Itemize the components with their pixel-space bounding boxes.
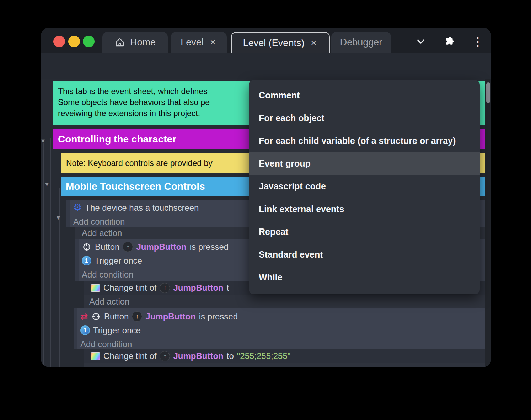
tint-swatch-icon <box>91 352 100 360</box>
condition-text: Trigger once <box>95 256 142 266</box>
menu-item-javascript-code[interactable]: Javascript code <box>249 175 480 198</box>
instance-name: JumpButton <box>173 283 223 293</box>
tab-home[interactable]: Home <box>102 32 168 53</box>
button-plugin-icon <box>82 242 92 252</box>
menu-item-while[interactable]: While <box>249 266 480 289</box>
home-icon <box>114 37 125 48</box>
button-plugin-icon <box>91 312 101 322</box>
indent-guide <box>50 138 51 367</box>
add-event-context-menu: Comment For each object For each child v… <box>249 80 480 294</box>
tab-debugger-label: Debugger <box>340 37 382 48</box>
scrollbar-track[interactable] <box>485 79 491 367</box>
collapse-toggle-group-character[interactable]: ▾ <box>41 137 45 144</box>
menu-item-for-each-object[interactable]: For each object <box>249 107 480 129</box>
invert-condition-icon: ⇄ <box>80 312 88 321</box>
menu-item-event-group[interactable]: Event group <box>249 152 480 175</box>
addons-button[interactable] <box>443 36 455 48</box>
system-gear-icon: ⚙ <box>73 203 82 212</box>
instance-name: JumpButton <box>173 351 223 361</box>
indent-guide <box>68 241 68 367</box>
menu-item-standard-event[interactable]: Standard event <box>249 243 480 266</box>
main-menu-button[interactable]: ⋮ <box>472 36 484 48</box>
condition-text: The device has a touchscreen <box>85 203 199 213</box>
indent-guide <box>43 143 44 367</box>
tab-level[interactable]: Level × <box>171 32 227 53</box>
jumpbutton-sprite-icon: ↑ <box>160 351 170 361</box>
add-action-link[interactable]: Add action <box>84 363 485 367</box>
tab-level-events[interactable]: Level (Events) × <box>231 32 330 53</box>
tab-level-events-close-icon[interactable]: × <box>309 38 318 49</box>
tint-swatch-icon <box>91 284 100 292</box>
tab-list-dropdown-button[interactable] <box>415 36 427 48</box>
tab-level-close-icon[interactable]: × <box>209 37 217 48</box>
add-action-link[interactable]: Add action <box>84 295 485 308</box>
tab-debugger[interactable]: Debugger <box>331 32 391 53</box>
condition-text: Trigger once <box>93 325 141 335</box>
collapse-toggle-group-touch[interactable]: ▾ <box>45 181 49 188</box>
condition-object: Button <box>95 242 119 252</box>
kebab-menu-icon: ⋮ <box>472 35 483 48</box>
jumpbutton-sprite-icon: ↑ <box>132 311 142 322</box>
toolbar <box>41 53 491 79</box>
menu-item-link-external-events[interactable]: Link external events <box>249 198 480 220</box>
window-minimize-button[interactable] <box>68 36 80 47</box>
tab-level-label: Level <box>181 37 204 48</box>
screenshot-stage: Home Level × Level (Events) × Debugger <box>0 0 531 420</box>
app-window: Home Level × Level (Events) × Debugger <box>41 28 491 367</box>
menu-item-for-each-child-var[interactable]: For each child variable (of a structure … <box>249 129 480 152</box>
menu-item-repeat[interactable]: Repeat <box>249 220 480 243</box>
event-block-jumpbutton-not-pressed[interactable]: ⇄ Button ↑ JumpButton is pressed 1 Trigg… <box>74 308 485 349</box>
action-change-tint-white[interactable]: Change tint of ↑ JumpButton to "255;255;… <box>84 349 485 363</box>
instance-name: JumpButton <box>145 312 195 322</box>
group-title: Controlling the character <box>58 134 176 145</box>
tab-home-label: Home <box>130 37 156 48</box>
condition-suffix: is pressed <box>199 312 238 322</box>
window-zoom-button[interactable] <box>83 36 95 47</box>
instance-name: JumpButton <box>136 242 186 252</box>
scrollbar-thumb[interactable] <box>486 82 490 103</box>
tab-bar: Home Level × Level (Events) × Debugger <box>41 28 491 53</box>
condition-object: Button <box>104 312 129 322</box>
collapse-toggle-event[interactable]: ▾ <box>57 214 60 221</box>
tint-value-string: "255;255;255" <box>237 351 291 361</box>
trigger-once-icon: 1 <box>80 325 90 335</box>
jumpbutton-sprite-icon: ↑ <box>160 283 170 293</box>
puzzle-icon <box>444 36 455 47</box>
window-close-button[interactable] <box>53 36 65 47</box>
menu-item-comment[interactable]: Comment <box>249 84 480 107</box>
trigger-once-icon: 1 <box>82 256 91 265</box>
chevron-down-icon <box>415 36 427 47</box>
tab-level-events-label: Level (Events) <box>243 38 305 49</box>
condition-suffix: is pressed <box>190 242 229 252</box>
group-title: Mobile Touchscreen Controls <box>66 181 205 192</box>
note-text: Note: Keyboard controls are provided by <box>66 158 213 168</box>
jumpbutton-sprite-icon: ↑ <box>123 242 133 252</box>
